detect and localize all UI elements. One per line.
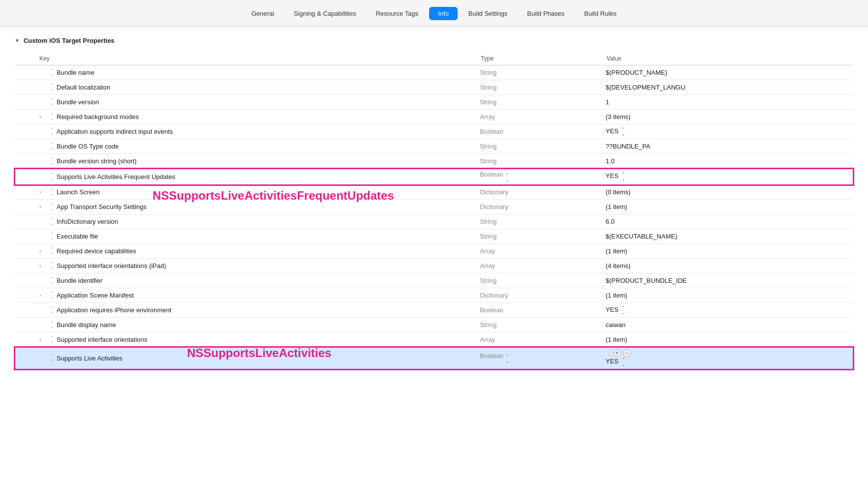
table-row[interactable]: ⌃⌄Supports Live ActivitiesBoolean⌃⌄⌃⌄+−Y… [15,347,853,369]
value-stepper-icon[interactable]: ⌃⌄ [621,305,625,315]
value-text: (1 item) [606,203,627,210]
key-text: Executable file [57,233,98,240]
type-text: Dictionary [480,188,508,196]
table-row[interactable]: ⌃⌄Bundle version string (short)String1.0 [15,154,853,169]
tab-info[interactable]: Info [429,7,458,20]
type-text: Boolean [480,128,503,135]
table-row[interactable]: ⌃⌄Bundle versionString1 [15,95,853,110]
remove-row-button[interactable]: − [623,349,631,357]
tab-build-settings[interactable]: Build Settings [460,7,517,20]
sort-arrows-icon[interactable]: ⌃⌄ [50,173,54,180]
value-stepper-icon[interactable]: ⌃⌄ [621,172,625,181]
row-stepper-icon[interactable]: ⌃⌄ [608,349,611,357]
type-text: Array [480,113,495,120]
table-row[interactable]: ›⌃⌄App Transport Security SettingsDictio… [15,200,853,214]
sort-arrows-icon[interactable]: ⌃⌄ [50,354,54,362]
header-key: Key [15,52,476,65]
key-text: Supports Live Activities Frequent Update… [57,173,175,180]
sort-arrows-icon[interactable]: ⌃⌄ [50,203,54,211]
key-text: Application Scene Manifest [57,292,134,299]
sort-arrows-icon[interactable]: ⌃⌄ [50,157,54,165]
type-text: Dictionary [480,292,508,299]
table-row[interactable]: ›⌃⌄Required background modesArray(3 item… [15,110,853,124]
key-text: Application supports indirect input even… [57,128,173,135]
key-text: Bundle display name [57,321,116,329]
expand-arrow-icon[interactable]: › [39,189,45,195]
table-row[interactable]: ⌃⌄Application requires iPhone environmen… [15,303,853,318]
value-text: YES [606,127,619,135]
table-row[interactable]: ⌃⌄Bundle display nameStringcaiwan [15,318,853,332]
table-row[interactable]: ›⌃⌄Supported interface orientations (iPa… [15,259,853,273]
type-stepper-icon[interactable]: ⌃⌄ [505,173,509,182]
type-text: Boolean [480,306,503,314]
table-row[interactable]: ›⌃⌄Application Scene ManifestDictionary(… [15,288,853,303]
type-stepper-icon[interactable]: ⌃⌄ [505,354,509,364]
sort-arrows-icon[interactable]: ⌃⌄ [50,247,54,255]
section-chevron-icon[interactable]: ▼ [15,38,20,43]
sort-arrows-icon[interactable]: ⌃⌄ [50,113,54,121]
expand-arrow-icon[interactable]: › [39,337,45,342]
table-row[interactable]: ›⌃⌄Required device capabilitiesArray(1 i… [15,244,853,259]
sort-arrows-icon[interactable]: ⌃⌄ [50,128,54,136]
type-text: String [480,277,496,284]
sort-arrows-icon[interactable]: ⌃⌄ [50,188,54,196]
tab-signing[interactable]: Signing & Capabilities [285,7,365,20]
add-row-button[interactable]: + [613,349,621,357]
type-text: Boolean [480,352,503,359]
sort-arrows-icon[interactable]: ⌃⌄ [50,277,54,285]
section-title: Custom iOS Target Properties [24,37,115,44]
sort-arrows-icon[interactable]: ⌃⌄ [50,262,54,270]
table-row[interactable]: ⌃⌄Default localizationString$(DEVELOPMEN… [15,80,853,95]
tab-resource-tags[interactable]: Resource Tags [367,7,427,20]
key-text: Launch Screen [57,188,99,196]
table-row[interactable]: ⌃⌄Supports Live Activities Frequent Upda… [15,169,853,185]
table-row[interactable]: ⌃⌄Bundle nameString$(PRODUCT_NAME) [15,65,853,80]
table-row[interactable]: ›⌃⌄Supported interface orientationsArray… [15,332,853,347]
expand-arrow-icon[interactable]: › [39,204,45,210]
sort-arrows-icon[interactable]: ⌃⌄ [50,292,54,299]
value-text: $(DEVELOPMENT_LANGU [606,84,685,91]
table-row[interactable]: ⌃⌄Bundle identifierString$(PRODUCT_BUNDL… [15,273,853,288]
sort-arrows-icon[interactable]: ⌃⌄ [50,84,54,91]
expand-arrow-icon[interactable]: › [39,248,45,254]
type-text: String [480,321,496,329]
tab-build-rules[interactable]: Build Rules [575,7,625,20]
key-text: Supported interface orientations [57,336,147,343]
value-text: (1 item) [606,247,627,255]
sort-arrows-icon[interactable]: ⌃⌄ [50,336,54,344]
type-text: Boolean [480,171,503,178]
expand-arrow-icon[interactable]: › [39,114,45,120]
value-text: $(PRODUCT_NAME) [606,69,667,76]
value-text: YES [606,358,619,365]
table-row[interactable]: ⌃⌄InfoDictionary versionString6.0 [15,214,853,229]
header-value: Value [602,52,853,65]
tab-build-phases[interactable]: Build Phases [518,7,573,20]
sort-arrows-icon[interactable]: ⌃⌄ [50,143,54,150]
value-stepper-icon[interactable]: ⌃⌄ [621,357,625,367]
table-row[interactable]: ⌃⌄Executable fileString$(EXECUTABLE_NAME… [15,229,853,244]
value-text: $(PRODUCT_BUNDLE_IDE [606,277,687,284]
sort-arrows-icon[interactable]: ⌃⌄ [50,321,54,329]
key-text: InfoDictionary version [57,218,118,225]
properties-table: Key Type Value ⌃⌄Bundle nameString$(PROD… [15,52,853,369]
type-text: Dictionary [480,203,508,210]
sort-arrows-icon[interactable]: ⌃⌄ [50,69,54,77]
properties-table-container: NSSupportsLiveActivitiesFrequentUpdates … [15,52,853,369]
sort-arrows-icon[interactable]: ⌃⌄ [50,98,54,106]
value-text: caiwan [606,321,625,329]
table-row[interactable]: ⌃⌄Bundle OS Type codeString??BUNDLE_PA [15,139,853,154]
sort-arrows-icon[interactable]: ⌃⌄ [50,218,54,226]
expand-arrow-icon[interactable]: › [39,293,45,298]
key-text: Bundle name [57,69,94,76]
type-text: String [480,98,496,106]
table-row[interactable]: ›⌃⌄Launch ScreenDictionary(0 items) [15,185,853,200]
table-row[interactable]: ⌃⌄Application supports indirect input ev… [15,124,853,139]
sort-arrows-icon[interactable]: ⌃⌄ [50,233,54,240]
tab-general[interactable]: General [243,7,283,20]
expand-arrow-icon[interactable]: › [39,263,45,269]
type-text: String [480,69,496,76]
value-stepper-icon[interactable]: ⌃⌄ [621,127,625,137]
sort-arrows-icon[interactable]: ⌃⌄ [50,306,54,314]
value-text: YES [606,306,619,313]
table-header: Key Type Value [15,52,853,65]
